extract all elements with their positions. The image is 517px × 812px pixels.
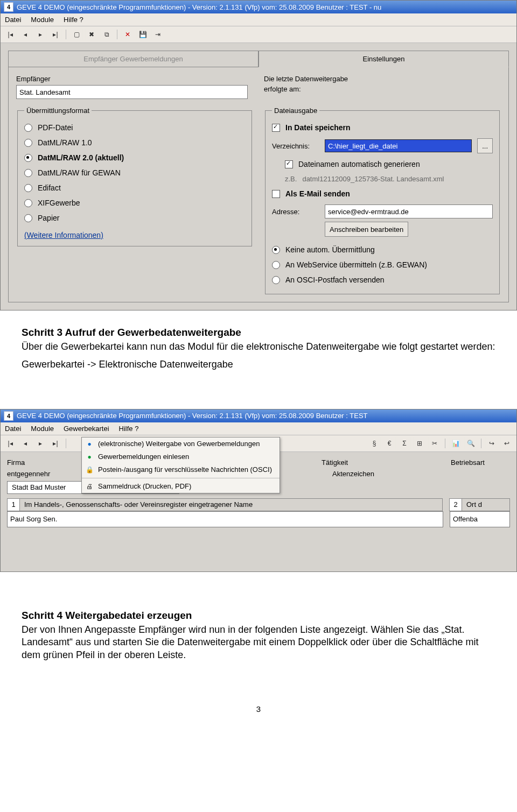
- field2-label: Ort d: [462, 498, 510, 511]
- dropdown-label: Postein-/ausgang für verschlüsselte Nach…: [98, 465, 272, 474]
- dropdown-einlesen[interactable]: ●Gewerbemeldungen einlesen: [82, 450, 280, 463]
- more-info-link[interactable]: (Weitere Informationen): [24, 231, 103, 239]
- dropdown-sammeldruck[interactable]: 🖨Sammeldruck (Drucken, PDF): [82, 480, 280, 493]
- exit-icon[interactable]: ⇥: [151, 29, 164, 40]
- titlebar: 4 GEVE 4 DEMO (eingeschränkte Programmfu…: [1, 409, 516, 422]
- save-in-file[interactable]: In Datei speichern: [272, 120, 493, 135]
- menu-module[interactable]: Module: [31, 16, 54, 24]
- checkbox-icon: [272, 190, 280, 198]
- format-gewan[interactable]: DatML/RAW für GEWAN: [24, 165, 245, 180]
- addr-input[interactable]: [325, 204, 493, 218]
- radio-icon: [24, 169, 32, 177]
- menu-datei[interactable]: Datei: [5, 16, 21, 24]
- transmit-webservice[interactable]: An WebService übermitteln (z.B. GEWAN): [272, 257, 493, 272]
- radio-icon: [24, 199, 32, 207]
- back-icon[interactable]: ↩: [500, 437, 513, 449]
- menu-hilfe[interactable]: Hilfe ?: [119, 425, 139, 433]
- nav-next-icon[interactable]: ▸: [34, 437, 47, 449]
- nav-last-icon[interactable]: ▸|: [49, 437, 62, 449]
- globe-icon: ●: [85, 453, 94, 461]
- euro-icon[interactable]: €: [383, 437, 396, 449]
- format-label: DatML/RAW 1.0: [38, 138, 92, 147]
- dropdown-osci[interactable]: 🔒Postein-/ausgang für verschlüsselte Nac…: [82, 463, 280, 476]
- nav-prev-icon[interactable]: ◂: [19, 29, 32, 40]
- menu-gewerbekartei[interactable]: Gewerbekartei: [64, 425, 109, 433]
- step4-heading: Schritt 4 Weitergabedatei erzeugen: [22, 610, 495, 622]
- settings-panel: Empfänger Die letzte Datenweitergabe erf…: [8, 67, 509, 302]
- format-datml2[interactable]: DatML/RAW 2.0 (aktuell): [24, 150, 245, 165]
- forward-icon[interactable]: ↪: [485, 437, 498, 449]
- last-transfer-label: Die letzte Datenweitergabe: [264, 75, 501, 83]
- window-title: GEVE 4 DEMO (eingeschränkte Programmfunk…: [17, 412, 368, 420]
- betriebsart-label: Betriebsart: [451, 458, 510, 467]
- format-papier[interactable]: Papier: [24, 210, 245, 225]
- nav-prev-icon[interactable]: ◂: [19, 437, 32, 449]
- dropdown-weitergabe[interactable]: ●(elektronische) Weitergabe von Gewerbem…: [82, 437, 280, 450]
- edit-letter-button[interactable]: Anschreiben bearbeiten: [325, 222, 408, 237]
- nav-last-icon[interactable]: ▸|: [49, 29, 62, 40]
- dir-input[interactable]: C:\hier_liegt_die_datei: [325, 139, 472, 152]
- search-icon[interactable]: 🔍: [464, 437, 477, 449]
- last-transfer-label2: erfolgte am:: [264, 85, 501, 93]
- send-email-check[interactable]: Als E-Mail senden: [272, 186, 493, 201]
- separator: [117, 30, 117, 39]
- example-value: datml12112009_125736-Stat. Landesamt.xml: [302, 175, 444, 183]
- new-doc-icon[interactable]: ▢: [70, 29, 83, 40]
- checkbox-icon: [285, 160, 293, 168]
- chart-icon[interactable]: 📊: [449, 437, 462, 449]
- nav-first-icon[interactable]: |◂: [4, 437, 17, 449]
- transmit-label: Keine autom. Übermittlung: [285, 245, 375, 254]
- cancel-icon[interactable]: ✕: [121, 29, 134, 40]
- menu-hilfe[interactable]: Hilfe ?: [64, 16, 83, 24]
- output-legend: Dateiausgabe: [272, 107, 319, 115]
- transmit-none[interactable]: Keine autom. Übermittlung: [272, 242, 493, 257]
- copy-icon[interactable]: ⧉: [100, 29, 113, 40]
- cut-icon[interactable]: ✂: [428, 437, 441, 449]
- empfaenger-input[interactable]: [16, 85, 248, 99]
- format-datml1[interactable]: DatML/RAW 1.0: [24, 135, 245, 150]
- radio-icon: [24, 214, 32, 222]
- save-icon[interactable]: 💾: [136, 29, 149, 40]
- format-xif[interactable]: XIFGewerbe: [24, 195, 245, 210]
- grid-icon[interactable]: ⊞: [413, 437, 426, 449]
- menu-datei[interactable]: Datei: [5, 425, 21, 433]
- format-pdf[interactable]: PDF-Datei: [24, 120, 245, 135]
- format-edifact[interactable]: Edifact: [24, 180, 245, 195]
- field2-input[interactable]: [450, 511, 510, 527]
- radio-icon: [272, 261, 280, 269]
- example-label: z.B.: [285, 175, 297, 183]
- format-label: Edifact: [38, 183, 61, 192]
- menu-module[interactable]: Module: [31, 425, 54, 433]
- transmit-osci[interactable]: An OSCI-Postfach versenden: [272, 272, 493, 287]
- separator: [445, 439, 445, 448]
- delete-icon[interactable]: ✖: [85, 29, 98, 40]
- menubar: Datei Module Hilfe ?: [1, 13, 516, 26]
- format-group: Übermittlungsformat PDF-Datei DatML/RAW …: [17, 107, 252, 246]
- radio-icon: [272, 246, 280, 254]
- tab-einstellungen[interactable]: Einstellungen: [258, 51, 509, 67]
- separator: [481, 439, 481, 448]
- field2-number: 2: [449, 498, 462, 511]
- paragraph-icon[interactable]: §: [368, 437, 381, 449]
- autoname-check[interactable]: Dateinamen automatisch generieren: [285, 157, 493, 172]
- format-label: DatML/RAW 2.0 (aktuell): [38, 153, 124, 162]
- menubar: Datei Module Gewerbekartei Hilfe ?: [1, 422, 516, 435]
- tab-empfaenger[interactable]: Empfänger Gewerbemeldungen: [8, 51, 258, 67]
- register-row: 1 Im Handels-, Genossenschafts- oder Ver…: [7, 498, 510, 511]
- geve-settings-window: 4 GEVE 4 DEMO (eingeschränkte Programmfu…: [0, 0, 517, 310]
- browse-button[interactable]: ...: [477, 138, 493, 153]
- radio-icon: [272, 276, 280, 284]
- radio-icon: [24, 184, 32, 192]
- radio-icon: [24, 124, 32, 132]
- nav-first-icon[interactable]: |◂: [4, 29, 17, 40]
- format-label: Papier: [38, 214, 59, 222]
- entg-label: entgegennehr: [7, 470, 72, 478]
- output-group: Dateiausgabe In Datei speichern Verzeich…: [265, 107, 500, 294]
- nav-next-icon[interactable]: ▸: [34, 29, 47, 40]
- titlebar: 4 GEVE 4 DEMO (eingeschränkte Programmfu…: [1, 1, 516, 13]
- send-email-label: Als E-Mail senden: [285, 189, 350, 198]
- field1-input[interactable]: [7, 511, 443, 527]
- sigma-icon[interactable]: Σ: [398, 437, 411, 449]
- separator: [66, 439, 66, 448]
- separator: [66, 30, 66, 39]
